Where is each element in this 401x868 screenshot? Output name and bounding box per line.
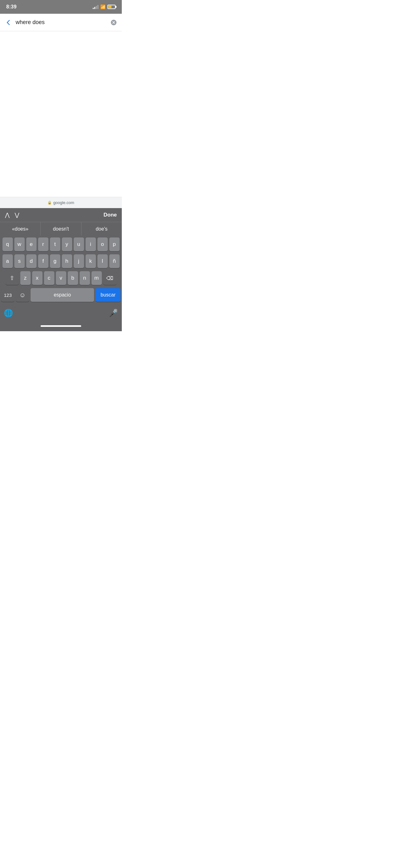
key-f[interactable]: f xyxy=(38,254,48,268)
delete-button[interactable]: ⌫ xyxy=(103,271,116,285)
signal-icon xyxy=(93,5,98,9)
key-d[interactable]: d xyxy=(26,254,37,268)
nav-down-button[interactable]: ⋁ xyxy=(15,212,20,218)
predictive-item-2[interactable]: doe's xyxy=(81,222,122,236)
key-c[interactable]: c xyxy=(44,271,54,285)
emoji-button[interactable]: ☺ xyxy=(16,288,29,302)
keyboard-row-4: 123 ☺ espacio buscar xyxy=(1,288,121,302)
keyboard-row-3: ⇧ z x c v b n m ⌫ xyxy=(1,271,121,285)
home-indicator-bar xyxy=(41,325,81,327)
url-text: google.com xyxy=(53,200,74,205)
nav-buttons: ⋀ ⋁ xyxy=(5,212,20,218)
battery-icon xyxy=(107,5,115,9)
content-area xyxy=(0,31,122,197)
key-y[interactable]: y xyxy=(62,238,72,251)
key-n-tilde[interactable]: ñ xyxy=(109,254,120,268)
key-z[interactable]: z xyxy=(20,271,31,285)
key-a[interactable]: a xyxy=(2,254,13,268)
numbers-button[interactable]: 123 xyxy=(1,288,14,302)
key-u[interactable]: u xyxy=(74,238,84,251)
keyboard-row-2: a s d f g h j k l ñ xyxy=(1,254,121,268)
space-button[interactable]: espacio xyxy=(31,288,94,302)
globe-button[interactable]: 🌐 xyxy=(4,309,13,317)
key-r[interactable]: r xyxy=(38,238,48,251)
done-button[interactable]: Done xyxy=(104,212,117,218)
key-i[interactable]: i xyxy=(86,238,96,251)
url-bar: 🔒 google.com xyxy=(0,197,122,208)
key-q[interactable]: q xyxy=(2,238,13,251)
key-t[interactable]: t xyxy=(50,238,60,251)
keyboard-toolbar: ⋀ ⋁ Done xyxy=(0,208,122,222)
key-x[interactable]: x xyxy=(32,271,42,285)
home-indicator-area xyxy=(0,320,122,331)
shift-button[interactable]: ⇧ xyxy=(6,271,19,285)
search-bar xyxy=(0,14,122,31)
back-button[interactable] xyxy=(5,19,12,26)
search-input[interactable] xyxy=(15,19,107,26)
globe-mic-row: 🌐 🎤 xyxy=(0,306,122,320)
battery-fill xyxy=(108,6,111,8)
status-bar: 8:39 📶 xyxy=(0,0,122,14)
key-m[interactable]: m xyxy=(92,271,102,285)
key-k[interactable]: k xyxy=(86,254,96,268)
keyboard: q w e r t y u i o p a s d f g h j k l ñ … xyxy=(0,236,122,306)
key-w[interactable]: w xyxy=(14,238,25,251)
key-v[interactable]: v xyxy=(56,271,66,285)
key-g[interactable]: g xyxy=(50,254,60,268)
key-h[interactable]: h xyxy=(62,254,72,268)
key-o[interactable]: o xyxy=(97,238,108,251)
key-b[interactable]: b xyxy=(68,271,78,285)
clear-button[interactable] xyxy=(110,19,117,26)
key-p[interactable]: p xyxy=(109,238,120,251)
predictive-bar: «does» doesn't doe's xyxy=(0,222,122,236)
lock-icon: 🔒 xyxy=(47,200,52,205)
nav-up-button[interactable]: ⋀ xyxy=(5,212,10,218)
predictive-item-1[interactable]: doesn't xyxy=(41,222,81,236)
wifi-icon: 📶 xyxy=(100,4,106,9)
key-e[interactable]: e xyxy=(26,238,37,251)
key-j[interactable]: j xyxy=(74,254,84,268)
key-n[interactable]: n xyxy=(80,271,90,285)
microphone-button[interactable]: 🎤 xyxy=(109,309,118,317)
key-l[interactable]: l xyxy=(97,254,108,268)
status-icons: 📶 xyxy=(93,4,115,9)
status-time: 8:39 xyxy=(6,4,16,10)
key-s[interactable]: s xyxy=(14,254,25,268)
keyboard-row-1: q w e r t y u i o p xyxy=(1,238,121,251)
predictive-item-0[interactable]: «does» xyxy=(0,222,41,236)
search-button[interactable]: buscar xyxy=(96,288,121,302)
